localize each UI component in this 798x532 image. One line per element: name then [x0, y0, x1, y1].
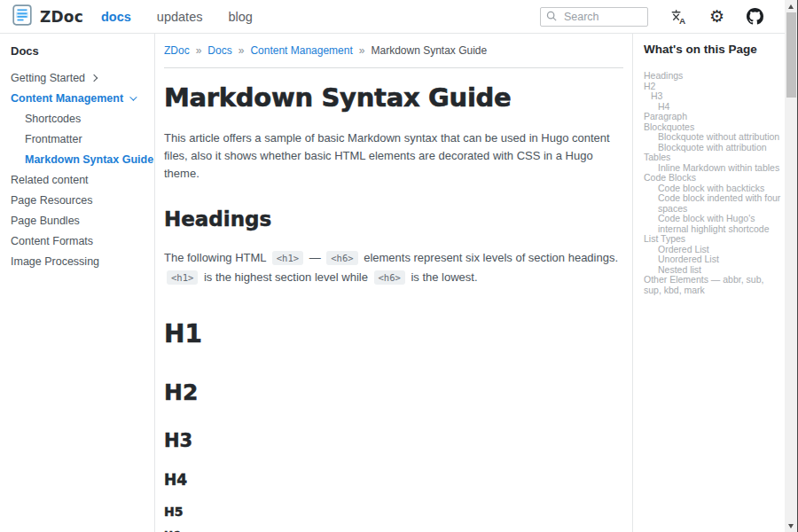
document-logo-icon — [12, 4, 32, 29]
translate-language-icon[interactable]: A — [670, 9, 687, 25]
intro-paragraph: This article offers a sample of basic Ma… — [164, 129, 623, 183]
breadcrumb-link[interactable]: Content Management — [250, 44, 352, 57]
breadcrumb-link[interactable]: ZDoc — [164, 44, 190, 57]
sample-heading-h3: H3 — [164, 430, 623, 451]
breadcrumb-separator: » — [196, 44, 202, 57]
inline-code: <h1> — [272, 251, 303, 265]
nav-link-blog[interactable]: blog — [228, 10, 252, 24]
toc-item[interactable]: Code block indented with four spaces — [644, 193, 781, 214]
toc-item[interactable]: H3 — [644, 91, 781, 102]
toc-item[interactable]: List Types — [644, 234, 781, 245]
toc-item[interactable]: Blockquote without attribution — [644, 132, 781, 143]
toc-item[interactable]: Unordered List — [644, 254, 781, 265]
sidebar-item-label: Shortcodes — [25, 113, 81, 125]
toc-item[interactable]: Headings — [644, 71, 781, 82]
sidebar-item-page-resources[interactable]: Page Resources — [11, 190, 149, 210]
headings-paragraph: The following HTML <h1> — <h6> elements … — [164, 248, 623, 287]
breadcrumb: ZDoc»Docs»Content Management»Markdown Sy… — [164, 44, 623, 57]
header-actions: A ⚙ — [540, 7, 785, 27]
sidebar-item-getting-started[interactable]: Getting Started — [11, 67, 149, 88]
sample-heading-h2: H2 — [164, 380, 623, 406]
sidebar-item-label: Page Resources — [11, 194, 92, 207]
sidebar-item-frontmatter[interactable]: Frontmatter — [11, 129, 149, 149]
sidebar-item-content-formats[interactable]: Content Formats — [11, 231, 149, 251]
page-title: Markdown Syntax Guide — [164, 82, 623, 113]
sample-headings-block: H1H2H3H4H5H6 — [164, 320, 623, 532]
inline-code: <h1> — [167, 270, 198, 285]
breadcrumb-separator: » — [239, 44, 245, 57]
toc-item[interactable]: Code Blocks — [644, 173, 781, 184]
sidebar-item-related-content[interactable]: Related content — [11, 169, 149, 190]
top-navbar: ZDoc docsupdatesblog — [0, 0, 785, 34]
article-content: ZDoc»Docs»Content Management»Markdown Sy… — [155, 34, 632, 532]
search-input[interactable] — [562, 10, 644, 24]
sidebar-section-title: Docs — [11, 44, 149, 58]
paragraph-text: — — [306, 251, 324, 264]
sample-heading-h4: H4 — [164, 472, 623, 489]
svg-text:A: A — [679, 15, 685, 24]
toc-item[interactable]: Other Elements — abbr, sub, sup, kbd, ma… — [644, 275, 781, 295]
inline-code: <h6> — [326, 251, 357, 265]
scrollbar-thumb[interactable] — [786, 12, 796, 98]
toc-list: HeadingsH2H3H4ParagraphBlockquotesBlockq… — [644, 71, 781, 295]
nav-link-updates[interactable]: updates — [157, 10, 203, 24]
sidebar-item-markdown-syntax-guide[interactable]: Markdown Syntax Guide — [11, 149, 149, 169]
breadcrumb-current: Markdown Syntax Guide — [371, 44, 487, 57]
scroll-up-button[interactable] — [785, 0, 797, 12]
toc-item[interactable]: Tables — [644, 153, 781, 163]
sidebar-item-label: Frontmatter — [25, 133, 82, 145]
nav-link-docs[interactable]: docs — [101, 10, 131, 24]
brand-home-link[interactable]: ZDoc — [12, 4, 83, 29]
chevron-right-icon — [90, 74, 98, 81]
toc-sidebar: What's on this Page HeadingsH2H3H4Paragr… — [632, 34, 785, 532]
sidebar-item-image-processing[interactable]: Image Processing — [11, 251, 149, 271]
toc-item[interactable]: Paragraph — [644, 112, 781, 122]
scroll-down-button[interactable] — [785, 520, 797, 532]
sidebar-item-label: Getting Started — [11, 72, 85, 84]
toc-title: What's on this Page — [644, 43, 781, 56]
toc-item[interactable]: H2 — [644, 82, 781, 92]
toc-item[interactable]: Code block with Hugo's internal highligh… — [644, 214, 781, 234]
search-box[interactable] — [540, 7, 648, 27]
section-heading-headings: Headings — [164, 207, 623, 231]
sidebar-item-content-management[interactable]: Content Management — [11, 88, 149, 108]
paragraph-text: is the lowest. — [408, 270, 478, 284]
sidebar-item-label: Markdown Syntax Guide — [25, 153, 153, 166]
main-layout: Docs Getting StartedContent ManagementSh… — [0, 34, 785, 532]
sidebar-nav-list: Getting StartedContent ManagementShortco… — [11, 67, 149, 271]
sample-heading-h1: H1 — [164, 320, 623, 348]
sidebar-item-label: Page Bundles — [11, 215, 80, 227]
paragraph-text: The following HTML — [164, 251, 270, 264]
breadcrumb-separator: » — [359, 44, 365, 57]
breadcrumb-divider — [164, 67, 623, 68]
sidebar-item-shortcodes[interactable]: Shortcodes — [11, 108, 149, 129]
brand-title: ZDoc — [40, 8, 83, 26]
sidebar-item-label: Image Processing — [11, 255, 99, 268]
vertical-scrollbar[interactable] — [785, 0, 798, 532]
chevron-down-icon — [129, 93, 137, 100]
sidebar-item-page-bundles[interactable]: Page Bundles — [11, 210, 149, 231]
paragraph-text: elements represent six levels of section… — [361, 251, 619, 264]
sidebar-item-label: Content Formats — [11, 235, 93, 247]
settings-gear-icon[interactable]: ⚙ — [709, 8, 724, 25]
scroll-down-arrow-icon — [788, 524, 794, 528]
paragraph-text: is the highest section level while — [200, 270, 371, 284]
inline-code: <h6> — [374, 270, 405, 285]
github-icon[interactable] — [747, 8, 763, 25]
sidebar-item-label: Related content — [11, 174, 89, 186]
scroll-up-arrow-icon — [788, 4, 794, 9]
breadcrumb-link[interactable]: Docs — [207, 44, 231, 57]
top-nav-links: docsupdatesblog — [101, 10, 253, 24]
search-icon — [546, 9, 557, 25]
app-window: ZDoc docsupdatesblog — [0, 0, 798, 532]
docs-sidebar: Docs Getting StartedContent ManagementSh… — [0, 34, 155, 532]
sample-heading-h5: H5 — [164, 505, 623, 519]
sidebar-item-label: Content Management — [11, 92, 123, 105]
